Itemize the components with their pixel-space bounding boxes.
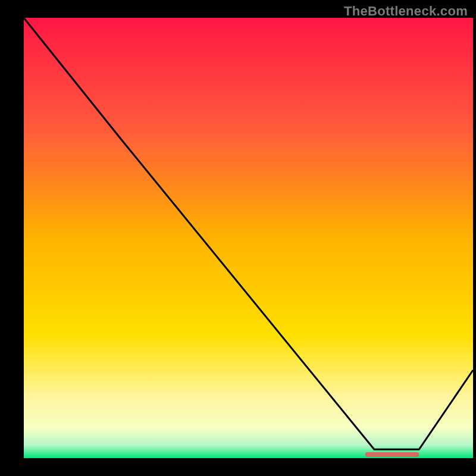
chart-frame: TheBottleneck.com — [0, 0, 476, 476]
minimum-band — [365, 452, 419, 457]
gradient-background — [24, 18, 473, 458]
bottleneck-chart — [0, 0, 476, 476]
